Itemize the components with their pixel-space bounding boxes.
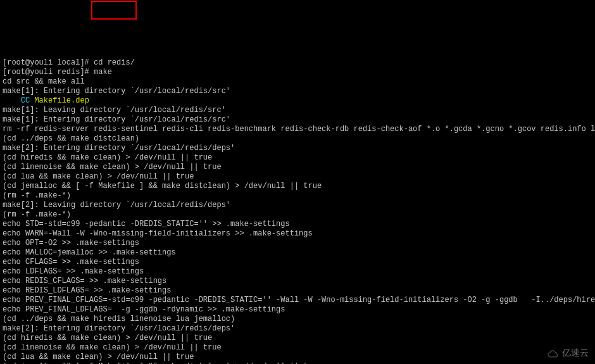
output-line: (cd hiredis && make clean) > /dev/null |… bbox=[3, 153, 592, 163]
output-line: echo PREV_FINAL_CFLAGS=-std=c99 -pedanti… bbox=[3, 296, 592, 305]
output-line: cd src && make all bbox=[3, 77, 592, 87]
output-line: echo STD=-std=c99 -pedantic -DREDIS_STAT… bbox=[3, 220, 592, 229]
output-line: echo CFLAGS= >> .make-settings bbox=[3, 258, 592, 267]
prompt-line-2: [root@youli redis]# make bbox=[3, 68, 592, 77]
output-line: make[1]: Entering directory `/usr/local/… bbox=[3, 87, 592, 96]
output-line: make[1]: Entering directory `/usr/local/… bbox=[3, 115, 592, 125]
prompt: [root@youli redis]# bbox=[3, 68, 94, 77]
output-line: (cd linenoise && make clean) > /dev/null… bbox=[3, 163, 592, 172]
output-line: (cd linenoise && make clean) > /dev/null… bbox=[3, 343, 592, 353]
prompt-line-1: [root@youli local]# cd redis/ bbox=[3, 58, 592, 68]
command: make bbox=[94, 68, 112, 77]
output-line: (cd jemalloc && [ -f Makefile ] && make … bbox=[3, 182, 592, 191]
cc-file: Makefile.dep bbox=[34, 96, 89, 105]
output-line: echo REDIS_LDFLAGS= >> .make-settings bbox=[3, 286, 592, 296]
output-line: (cd ../deps && make distclean) bbox=[3, 134, 592, 144]
output-line: echo REDIS_CFLAGS= >> .make-settings bbox=[3, 277, 592, 286]
output-line: make[2]: Entering directory `/usr/local/… bbox=[3, 144, 592, 153]
output-line: (rm -f .make-*) bbox=[3, 191, 592, 201]
cc-line: CC Makefile.dep bbox=[3, 96, 592, 106]
output-line: (rm -f .make-*) bbox=[3, 210, 592, 220]
output-line: rm -rf redis-server redis-sentinel redis… bbox=[3, 125, 592, 134]
highlight-annotation bbox=[91, 1, 137, 20]
output-line: make[2]: Entering directory `/usr/local/… bbox=[3, 324, 592, 334]
output-line: echo OPT=-O2 >> .make-settings bbox=[3, 239, 592, 248]
output-line: make[1]: Leaving directory `/usr/local/r… bbox=[3, 106, 592, 115]
watermark-text: 亿速云 bbox=[562, 348, 589, 358]
cc-label: CC bbox=[3, 96, 34, 105]
output-line: echo PREV_FINAL_LDFLAGS= -g -ggdb -rdyna… bbox=[3, 305, 592, 315]
output-line: echo WARN=-Wall -W -Wno-missing-field-in… bbox=[3, 229, 592, 239]
output-line: echo LDFLAGS= >> .make-settings bbox=[3, 267, 592, 277]
command: cd redis/ bbox=[94, 58, 135, 67]
output-line: (cd lua && make clean) > /dev/null || tr… bbox=[3, 172, 592, 182]
output-line: make[2]: Leaving directory `/usr/local/r… bbox=[3, 201, 592, 210]
output-line: echo MALLOC=jemalloc >> .make-settings bbox=[3, 248, 592, 258]
cloud-icon bbox=[547, 349, 560, 358]
output-line: (cd ../deps && make hiredis linenoise lu… bbox=[3, 315, 592, 324]
output-line: (cd hiredis && make clean) > /dev/null |… bbox=[3, 334, 592, 343]
terminal-output: [root@youli local]# cd redis/[root@youli… bbox=[3, 58, 592, 364]
prompt: [root@youli local]# bbox=[3, 58, 94, 67]
watermark: 亿速云 bbox=[547, 348, 589, 358]
output-line: (cd lua && make clean) > /dev/null || tr… bbox=[3, 353, 592, 362]
